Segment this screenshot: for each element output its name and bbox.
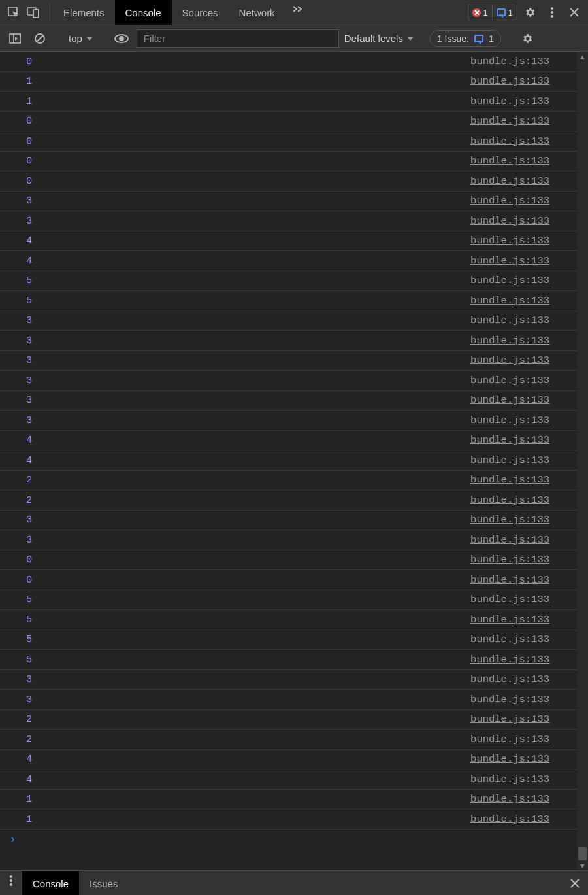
console-log-row[interactable]: 2bundle.js:133 <box>0 471 577 491</box>
console-log-row[interactable]: 5bundle.js:133 <box>0 650 577 670</box>
console-log-row[interactable]: 0bundle.js:133 <box>0 152 577 172</box>
log-source-link[interactable]: bundle.js:133 <box>470 394 549 406</box>
tab-elements[interactable]: Elements <box>53 0 115 25</box>
vertical-scrollbar[interactable]: ▲ ▼ <box>577 52 588 870</box>
error-badge[interactable]: 1 <box>468 5 492 20</box>
console-log-row[interactable]: 0bundle.js:133 <box>0 112 577 132</box>
log-source-link[interactable]: bundle.js:133 <box>470 534 549 546</box>
console-log-row[interactable]: 2bundle.js:133 <box>0 710 577 730</box>
settings-icon[interactable] <box>520 3 540 22</box>
filter-input[interactable] <box>137 29 339 48</box>
console-log-row[interactable]: 3bundle.js:133 <box>0 670 577 690</box>
console-log-row[interactable]: 1bundle.js:133 <box>0 809 577 830</box>
console-log-row[interactable]: 1bundle.js:133 <box>0 72 577 92</box>
console-log-row[interactable]: 2bundle.js:133 <box>0 490 577 511</box>
log-source-link[interactable]: bundle.js:133 <box>470 175 549 187</box>
close-devtools-icon[interactable] <box>564 3 584 22</box>
log-source-link[interactable]: bundle.js:133 <box>470 713 549 725</box>
console-sidebar-toggle-icon[interactable] <box>5 29 25 48</box>
console-log-row[interactable]: 5bundle.js:133 <box>0 590 577 611</box>
scroll-up-icon[interactable]: ▲ <box>577 52 588 61</box>
log-source-link[interactable]: bundle.js:133 <box>470 295 549 307</box>
console-log-row[interactable]: 0bundle.js:133 <box>0 131 577 152</box>
log-source-link[interactable]: bundle.js:133 <box>470 255 549 267</box>
tab-sources[interactable]: Sources <box>172 0 229 25</box>
log-source-link[interactable]: bundle.js:133 <box>470 773 549 785</box>
console-log-row[interactable]: 1bundle.js:133 <box>0 790 577 810</box>
log-source-link[interactable]: bundle.js:133 <box>470 115 549 127</box>
log-source-link[interactable]: bundle.js:133 <box>470 813 549 825</box>
console-log-row[interactable]: 4bundle.js:133 <box>0 450 577 471</box>
log-source-link[interactable]: bundle.js:133 <box>470 633 549 645</box>
console-settings-icon[interactable] <box>517 29 537 48</box>
console-log-row[interactable]: 5bundle.js:133 <box>0 291 577 311</box>
kebab-menu-icon[interactable] <box>542 3 562 22</box>
log-levels-selector[interactable]: Default levels <box>344 33 414 44</box>
console-log-row[interactable]: 4bundle.js:133 <box>0 769 577 790</box>
live-expression-icon[interactable] <box>112 29 131 48</box>
execution-context-selector[interactable]: top <box>66 33 95 44</box>
console-log-row[interactable]: 3bundle.js:133 <box>0 371 577 391</box>
scroll-track[interactable] <box>577 61 588 860</box>
log-source-link[interactable]: bundle.js:133 <box>470 614 549 626</box>
log-source-link[interactable]: bundle.js:133 <box>470 454 549 466</box>
console-log-row[interactable]: 3bundle.js:133 <box>0 391 577 411</box>
console-log-row[interactable]: 3bundle.js:133 <box>0 192 577 212</box>
console-log-row[interactable]: 3bundle.js:133 <box>0 331 577 351</box>
console-log-row[interactable]: 5bundle.js:133 <box>0 271 577 292</box>
scroll-down-icon[interactable]: ▼ <box>577 860 588 870</box>
log-source-link[interactable]: bundle.js:133 <box>470 56 549 67</box>
log-source-link[interactable]: bundle.js:133 <box>470 375 549 386</box>
drawer-kebab-icon[interactable] <box>0 871 22 890</box>
log-source-link[interactable]: bundle.js:133 <box>470 195 549 207</box>
log-source-link[interactable]: bundle.js:133 <box>470 654 549 666</box>
console-log-row[interactable]: 1bundle.js:133 <box>0 92 577 112</box>
tab-network[interactable]: Network <box>229 0 286 25</box>
console-log-row[interactable]: 3bundle.js:133 <box>0 690 577 710</box>
console-log-row[interactable]: 5bundle.js:133 <box>0 610 577 630</box>
console-prompt[interactable]: › <box>0 830 577 849</box>
log-source-link[interactable]: bundle.js:133 <box>470 474 549 486</box>
log-source-link[interactable]: bundle.js:133 <box>470 594 549 605</box>
log-source-link[interactable]: bundle.js:133 <box>470 235 549 246</box>
info-badge[interactable]: 1 <box>492 5 517 20</box>
console-log-row[interactable]: 5bundle.js:133 <box>0 630 577 650</box>
console-log-row[interactable]: 4bundle.js:133 <box>0 251 577 271</box>
log-source-link[interactable]: bundle.js:133 <box>470 673 549 685</box>
scroll-thumb[interactable] <box>578 847 587 860</box>
tab-console[interactable]: Console <box>115 0 172 25</box>
log-source-link[interactable]: bundle.js:133 <box>470 574 549 586</box>
drawer-tab-issues[interactable]: Issues <box>79 871 128 895</box>
log-source-link[interactable]: bundle.js:133 <box>470 793 549 805</box>
drawer-close-icon[interactable] <box>562 871 588 895</box>
console-log-row[interactable]: 4bundle.js:133 <box>0 431 577 451</box>
console-log-row[interactable]: 3bundle.js:133 <box>0 351 577 371</box>
log-source-link[interactable]: bundle.js:133 <box>470 275 549 286</box>
console-log-row[interactable]: 3bundle.js:133 <box>0 511 577 531</box>
console-log-row[interactable]: 0bundle.js:133 <box>0 570 577 590</box>
clear-console-icon[interactable] <box>30 29 50 48</box>
console-log-row[interactable]: 0bundle.js:133 <box>0 171 577 192</box>
log-source-link[interactable]: bundle.js:133 <box>470 414 549 426</box>
drawer-tab-console[interactable]: Console <box>22 871 79 895</box>
log-source-link[interactable]: bundle.js:133 <box>470 494 549 506</box>
log-source-link[interactable]: bundle.js:133 <box>470 554 549 566</box>
console-log-row[interactable]: 0bundle.js:133 <box>0 550 577 571</box>
log-source-link[interactable]: bundle.js:133 <box>470 335 549 346</box>
issues-counter[interactable]: 1 Issue: 1 <box>430 30 501 47</box>
log-source-link[interactable]: bundle.js:133 <box>470 155 549 167</box>
log-source-link[interactable]: bundle.js:133 <box>470 734 549 745</box>
more-tabs-icon[interactable] <box>286 0 309 18</box>
console-log-row[interactable]: 3bundle.js:133 <box>0 530 577 550</box>
console-log-row[interactable]: 3bundle.js:133 <box>0 411 577 431</box>
console-log-row[interactable]: 4bundle.js:133 <box>0 231 577 252</box>
log-source-link[interactable]: bundle.js:133 <box>470 95 549 107</box>
device-toolbar-icon[interactable] <box>24 3 43 22</box>
inspect-element-icon[interactable] <box>4 3 24 22</box>
log-source-link[interactable]: bundle.js:133 <box>470 514 549 526</box>
log-source-link[interactable]: bundle.js:133 <box>470 75 549 87</box>
console-log-row[interactable]: 4bundle.js:133 <box>0 750 577 770</box>
console-log-row[interactable]: 3bundle.js:133 <box>0 211 577 231</box>
log-source-link[interactable]: bundle.js:133 <box>470 314 549 326</box>
log-source-link[interactable]: bundle.js:133 <box>470 354 549 366</box>
